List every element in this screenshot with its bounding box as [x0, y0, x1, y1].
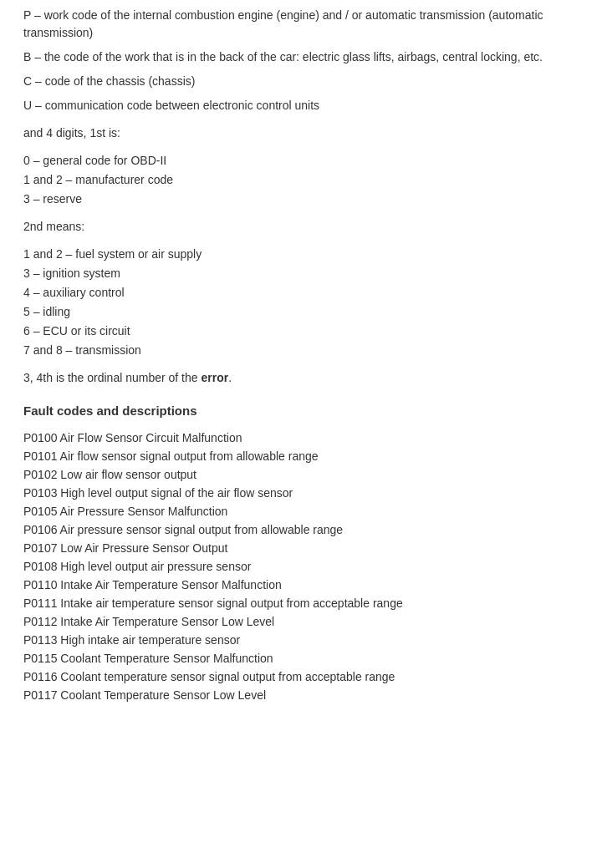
- fault-code-item-3: P0103 High level output signal of the ai…: [23, 485, 579, 502]
- fault-code-item-9: P0111 Intake air temperature sensor sign…: [23, 595, 579, 612]
- fault-code-item-13: P0116 Coolant temperature sensor signal …: [23, 668, 579, 686]
- fault-code-item-5: P0106 Air pressure sensor signal output …: [23, 521, 579, 539]
- intro-line-4: U – communication code between electroni…: [23, 97, 579, 114]
- fault-code-item-10: P0112 Intake Air Temperature Sensor Low …: [23, 613, 579, 631]
- fault-code-item-12: P0115 Coolant Temperature Sensor Malfunc…: [23, 650, 579, 667]
- fault-code-item-11: P0113 High intake air temperature sensor: [23, 632, 579, 649]
- fault-code-item-2: P0102 Low air flow sensor output: [23, 466, 579, 484]
- fault-code-item-14: P0117 Coolant Temperature Sensor Low Lev…: [23, 687, 579, 704]
- second-digit-item-2: 4 – auxiliary control: [23, 284, 579, 302]
- four-digits-label: and 4 digits, 1st is:: [23, 124, 579, 142]
- second-digit-item-1: 3 – ignition system: [23, 265, 579, 282]
- second-digit-item-0: 1 and 2 – fuel system or air supply: [23, 246, 579, 263]
- first-digit-list: 0 – general code for OBD-II 1 and 2 – ma…: [23, 152, 579, 208]
- fault-code-item-1: P0101 Air flow sensor signal output from…: [23, 448, 579, 465]
- second-digit-item-3: 5 – idling: [23, 303, 579, 321]
- ordinal-text-before: 3, 4th is the ordinal number of the: [23, 371, 201, 384]
- fault-code-item-0: P0100 Air Flow Sensor Circuit Malfunctio…: [23, 429, 579, 447]
- fault-code-item-7: P0108 High level output air pressure sen…: [23, 558, 579, 576]
- intro-line-2: B – the code of the work that is in the …: [23, 48, 579, 66]
- first-digit-item-2: 3 – reserve: [23, 190, 579, 208]
- ordinal-number-text: 3, 4th is the ordinal number of the erro…: [23, 369, 579, 387]
- fault-codes-heading: Fault codes and descriptions: [23, 402, 579, 421]
- ordinal-bold-word: error: [201, 371, 228, 384]
- fault-codes-list: P0100 Air Flow Sensor Circuit Malfunctio…: [23, 429, 579, 704]
- fault-code-item-6: P0107 Low Air Pressure Sensor Output: [23, 540, 579, 557]
- intro-list: P – work code of the internal combustion…: [23, 7, 579, 114]
- intro-line-3: C – code of the chassis (chassis): [23, 73, 579, 90]
- second-digit-item-4: 6 – ECU or its circuit: [23, 322, 579, 340]
- second-digit-label: 2nd means:: [23, 218, 579, 236]
- second-digit-item-5: 7 and 8 – transmission: [23, 342, 579, 359]
- first-digit-item-0: 0 – general code for OBD-II: [23, 152, 579, 170]
- second-digit-list: 1 and 2 – fuel system or air supply 3 – …: [23, 246, 579, 359]
- fault-code-item-8: P0110 Intake Air Temperature Sensor Malf…: [23, 576, 579, 594]
- intro-line-1: P – work code of the internal combustion…: [23, 7, 579, 42]
- first-digit-item-1: 1 and 2 – manufacturer code: [23, 171, 579, 189]
- fault-code-item-4: P0105 Air Pressure Sensor Malfunction: [23, 503, 579, 520]
- ordinal-text-after: .: [228, 371, 232, 384]
